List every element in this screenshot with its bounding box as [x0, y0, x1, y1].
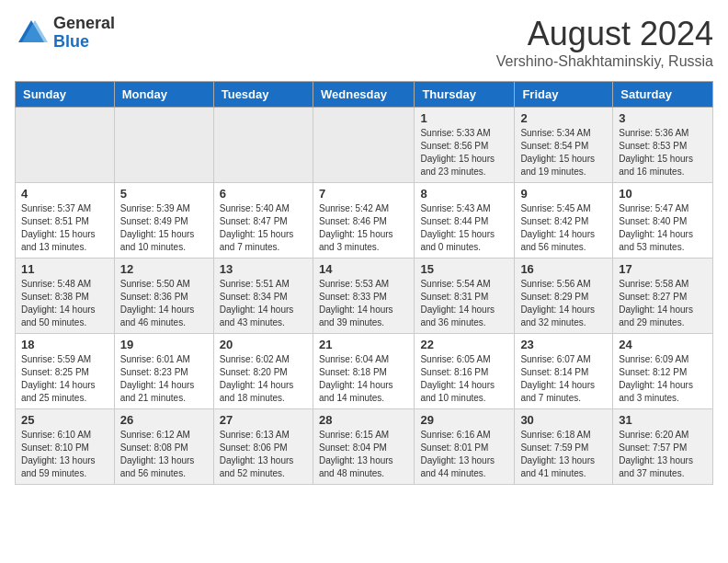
- calendar-cell: 12Sunrise: 5:50 AMSunset: 8:36 PMDayligh…: [114, 259, 213, 334]
- day-number: 3: [619, 111, 707, 125]
- calendar-header-wednesday: Wednesday: [313, 82, 414, 108]
- calendar-cell: 26Sunrise: 6:12 AMSunset: 8:08 PMDayligh…: [114, 409, 213, 485]
- day-number: 9: [520, 187, 607, 201]
- day-number: 18: [21, 338, 108, 351]
- day-info: Sunrise: 5:45 AMSunset: 8:42 PMDaylight:…: [520, 202, 607, 254]
- day-info: Sunrise: 5:40 AMSunset: 8:47 PMDaylight:…: [220, 202, 307, 254]
- calendar-cell: 7Sunrise: 5:42 AMSunset: 8:46 PMDaylight…: [313, 183, 414, 259]
- day-info: Sunrise: 5:37 AMSunset: 8:51 PMDaylight:…: [21, 202, 108, 254]
- calendar-header-sunday: Sunday: [16, 82, 115, 108]
- day-number: 29: [420, 413, 508, 427]
- calendar-cell: [213, 108, 313, 183]
- calendar-week-row: 25Sunrise: 6:10 AMSunset: 8:10 PMDayligh…: [16, 409, 713, 485]
- day-info: Sunrise: 5:34 AMSunset: 8:54 PMDaylight:…: [520, 127, 607, 178]
- calendar-cell: 11Sunrise: 5:48 AMSunset: 8:38 PMDayligh…: [16, 259, 115, 334]
- day-number: 11: [21, 262, 108, 276]
- calendar-header-friday: Friday: [515, 82, 613, 108]
- calendar-cell: 22Sunrise: 6:05 AMSunset: 8:16 PMDayligh…: [415, 334, 515, 409]
- day-number: 7: [319, 187, 408, 201]
- day-number: 23: [520, 338, 607, 351]
- day-number: 1: [420, 111, 508, 125]
- calendar-cell: 2Sunrise: 5:34 AMSunset: 8:54 PMDaylight…: [515, 108, 613, 183]
- calendar-header-thursday: Thursday: [415, 82, 515, 108]
- day-number: 24: [619, 338, 707, 351]
- day-info: Sunrise: 5:48 AMSunset: 8:38 PMDaylight:…: [21, 278, 108, 329]
- calendar-cell: 29Sunrise: 6:16 AMSunset: 8:01 PMDayligh…: [415, 409, 515, 485]
- calendar-cell: 14Sunrise: 5:53 AMSunset: 8:33 PMDayligh…: [313, 259, 414, 334]
- day-info: Sunrise: 5:39 AMSunset: 8:49 PMDaylight:…: [120, 202, 208, 254]
- day-info: Sunrise: 5:51 AMSunset: 8:34 PMDaylight:…: [220, 278, 307, 329]
- day-number: 15: [420, 262, 508, 276]
- day-number: 31: [619, 413, 707, 427]
- logo-text: General Blue: [53, 15, 115, 52]
- day-info: Sunrise: 5:54 AMSunset: 8:31 PMDaylight:…: [420, 278, 508, 329]
- day-info: Sunrise: 5:58 AMSunset: 8:27 PMDaylight:…: [619, 278, 707, 329]
- calendar-cell: 24Sunrise: 6:09 AMSunset: 8:12 PMDayligh…: [613, 334, 713, 409]
- day-info: Sunrise: 6:05 AMSunset: 8:16 PMDaylight:…: [420, 353, 508, 405]
- title-area: August 2024 Vershino-Shakhtaminskiy, Rus…: [496, 15, 713, 70]
- calendar-cell: 19Sunrise: 6:01 AMSunset: 8:23 PMDayligh…: [114, 334, 213, 409]
- day-info: Sunrise: 6:13 AMSunset: 8:06 PMDaylight:…: [220, 429, 307, 480]
- calendar: SundayMondayTuesdayWednesdayThursdayFrid…: [15, 81, 713, 485]
- logo: General Blue: [15, 15, 115, 52]
- day-info: Sunrise: 6:07 AMSunset: 8:14 PMDaylight:…: [520, 353, 607, 405]
- calendar-cell: 13Sunrise: 5:51 AMSunset: 8:34 PMDayligh…: [213, 259, 313, 334]
- calendar-week-row: 11Sunrise: 5:48 AMSunset: 8:38 PMDayligh…: [16, 259, 713, 334]
- day-number: 30: [520, 413, 607, 427]
- calendar-cell: 4Sunrise: 5:37 AMSunset: 8:51 PMDaylight…: [16, 183, 115, 259]
- day-number: 4: [21, 187, 108, 201]
- day-info: Sunrise: 5:50 AMSunset: 8:36 PMDaylight:…: [120, 278, 208, 329]
- calendar-week-row: 18Sunrise: 5:59 AMSunset: 8:25 PMDayligh…: [16, 334, 713, 409]
- calendar-cell: 17Sunrise: 5:58 AMSunset: 8:27 PMDayligh…: [613, 259, 713, 334]
- logo-icon: [15, 17, 48, 50]
- day-info: Sunrise: 5:43 AMSunset: 8:44 PMDaylight:…: [420, 202, 508, 254]
- day-info: Sunrise: 5:59 AMSunset: 8:25 PMDaylight:…: [21, 353, 108, 405]
- logo-blue-label: Blue: [53, 33, 115, 52]
- day-number: 17: [619, 262, 707, 276]
- calendar-cell: 5Sunrise: 5:39 AMSunset: 8:49 PMDaylight…: [114, 183, 213, 259]
- day-info: Sunrise: 5:42 AMSunset: 8:46 PMDaylight:…: [319, 202, 408, 254]
- calendar-cell: 15Sunrise: 5:54 AMSunset: 8:31 PMDayligh…: [415, 259, 515, 334]
- day-info: Sunrise: 5:56 AMSunset: 8:29 PMDaylight:…: [520, 278, 607, 329]
- calendar-cell: 28Sunrise: 6:15 AMSunset: 8:04 PMDayligh…: [313, 409, 414, 485]
- subtitle: Vershino-Shakhtaminskiy, Russia: [496, 53, 713, 70]
- calendar-cell: 1Sunrise: 5:33 AMSunset: 8:56 PMDaylight…: [415, 108, 515, 183]
- day-number: 13: [220, 262, 307, 276]
- day-info: Sunrise: 5:53 AMSunset: 8:33 PMDaylight:…: [319, 278, 408, 329]
- day-info: Sunrise: 5:33 AMSunset: 8:56 PMDaylight:…: [420, 127, 508, 178]
- calendar-cell: [114, 108, 213, 183]
- header: General Blue August 2024 Vershino-Shakht…: [15, 15, 713, 70]
- day-number: 16: [520, 262, 607, 276]
- calendar-cell: [313, 108, 414, 183]
- day-number: 12: [120, 262, 208, 276]
- day-info: Sunrise: 6:15 AMSunset: 8:04 PMDaylight:…: [319, 429, 408, 480]
- day-info: Sunrise: 6:16 AMSunset: 8:01 PMDaylight:…: [420, 429, 508, 480]
- calendar-week-row: 1Sunrise: 5:33 AMSunset: 8:56 PMDaylight…: [16, 108, 713, 183]
- day-info: Sunrise: 5:36 AMSunset: 8:53 PMDaylight:…: [619, 127, 707, 178]
- calendar-header-saturday: Saturday: [613, 82, 713, 108]
- day-number: 19: [120, 338, 208, 351]
- calendar-cell: 9Sunrise: 5:45 AMSunset: 8:42 PMDaylight…: [515, 183, 613, 259]
- calendar-cell: [16, 108, 115, 183]
- day-info: Sunrise: 6:04 AMSunset: 8:18 PMDaylight:…: [319, 353, 408, 405]
- logo-general-label: General: [53, 15, 115, 33]
- day-number: 14: [319, 262, 408, 276]
- calendar-cell: 8Sunrise: 5:43 AMSunset: 8:44 PMDaylight…: [415, 183, 515, 259]
- day-number: 5: [120, 187, 208, 201]
- day-number: 22: [420, 338, 508, 351]
- calendar-cell: 16Sunrise: 5:56 AMSunset: 8:29 PMDayligh…: [515, 259, 613, 334]
- day-info: Sunrise: 5:47 AMSunset: 8:40 PMDaylight:…: [619, 202, 707, 254]
- day-number: 10: [619, 187, 707, 201]
- day-info: Sunrise: 6:20 AMSunset: 7:57 PMDaylight:…: [619, 429, 707, 480]
- month-title: August 2024: [496, 15, 713, 53]
- day-number: 21: [319, 338, 408, 351]
- day-number: 6: [220, 187, 307, 201]
- day-info: Sunrise: 6:12 AMSunset: 8:08 PMDaylight:…: [120, 429, 208, 480]
- day-number: 20: [220, 338, 307, 351]
- calendar-header-tuesday: Tuesday: [213, 82, 313, 108]
- day-number: 2: [520, 111, 607, 125]
- day-info: Sunrise: 6:09 AMSunset: 8:12 PMDaylight:…: [619, 353, 707, 405]
- calendar-cell: 31Sunrise: 6:20 AMSunset: 7:57 PMDayligh…: [613, 409, 713, 485]
- day-number: 8: [420, 187, 508, 201]
- calendar-cell: 21Sunrise: 6:04 AMSunset: 8:18 PMDayligh…: [313, 334, 414, 409]
